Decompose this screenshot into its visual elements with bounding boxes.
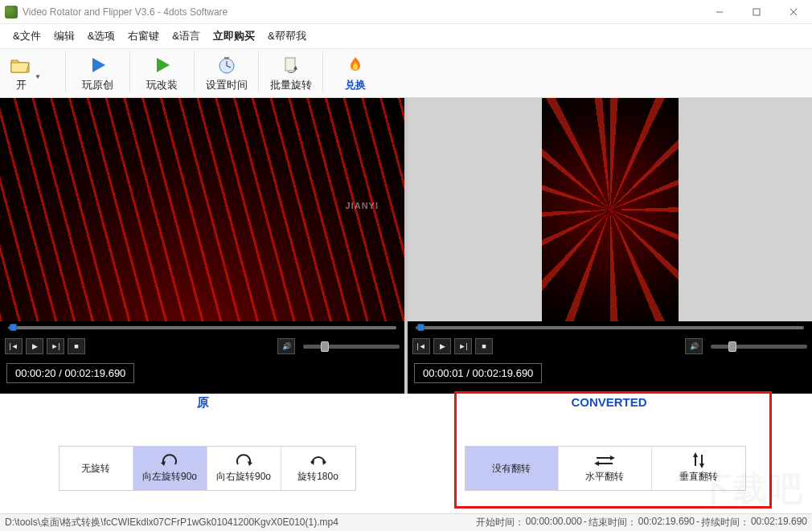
svg-rect-10 bbox=[285, 58, 295, 71]
flip-none-button[interactable]: 没有翻转 bbox=[465, 447, 559, 490]
play-button[interactable]: ▶ bbox=[26, 338, 43, 354]
svg-marker-23 bbox=[699, 464, 704, 468]
status-start-label: 开始时间： bbox=[476, 516, 524, 529]
toolbar-play-modified-label: 玩改装 bbox=[146, 78, 178, 92]
converted-time-text: 00:00:01 / 00:02:19.690 bbox=[414, 363, 542, 383]
clock-icon bbox=[215, 54, 238, 76]
minimize-button[interactable] bbox=[701, 0, 738, 24]
options-row: 无旋转 向左旋转90o 向右旋转90o 旋转180o 没有翻转 水 bbox=[0, 431, 812, 499]
status-duration-label: 持续时间： bbox=[701, 516, 749, 529]
toolbar-batch-rotate-label: 批量旋转 bbox=[270, 78, 312, 92]
toolbar-convert[interactable]: 兑换 bbox=[323, 52, 388, 92]
rotate-180-icon bbox=[308, 453, 329, 468]
flip-vertical-button[interactable]: 垂直翻转 bbox=[652, 447, 745, 490]
svg-marker-17 bbox=[610, 455, 615, 460]
menu-options[interactable]: &选项 bbox=[83, 27, 121, 45]
video-panels: JIANYI |◄ ▶ ►| ■ 🔊 00:00:20 / 00:02:19.6… bbox=[0, 98, 812, 394]
flip-horizontal-icon bbox=[594, 453, 615, 468]
flip-vertical-label: 垂直翻转 bbox=[679, 470, 718, 484]
window-title: Video Rotator and Flipper V3.6 - 4dots S… bbox=[23, 6, 228, 18]
original-controls: |◄ ▶ ►| ■ 🔊 bbox=[0, 334, 404, 358]
flip-none-label: 没有翻转 bbox=[492, 462, 531, 476]
panel-labels: 原 CONVERTED bbox=[0, 394, 812, 415]
rotate-left90-label: 向左旋转90o bbox=[142, 470, 197, 484]
seek-thumb[interactable] bbox=[417, 324, 424, 331]
mute-button[interactable]: 🔊 bbox=[685, 338, 703, 354]
volume-thumb[interactable] bbox=[321, 341, 329, 352]
prev-button[interactable]: |◄ bbox=[412, 338, 430, 354]
svg-marker-19 bbox=[594, 461, 599, 466]
svg-marker-4 bbox=[92, 58, 105, 72]
status-duration-value: 00:02:19.690 bbox=[751, 516, 807, 529]
maximize-button[interactable] bbox=[738, 0, 775, 24]
menu-language[interactable]: &语言 bbox=[167, 27, 205, 45]
flip-vertical-icon bbox=[691, 453, 706, 468]
menu-buy-now[interactable]: 立即购买 bbox=[208, 27, 260, 45]
toolbar-set-time[interactable]: 设置时间 bbox=[195, 52, 259, 92]
rotate-right90-label: 向右旋转90o bbox=[216, 470, 271, 484]
status-path: D:\tools\桌面\格式转换\fcCWIEkdlx07CFrP1wGk010… bbox=[5, 516, 338, 529]
rotate-180-label: 旋转180o bbox=[297, 470, 338, 484]
folder-open-icon bbox=[10, 54, 32, 76]
stop-button[interactable]: ■ bbox=[475, 338, 493, 354]
rotate-right90-button[interactable]: 向右旋转90o bbox=[207, 447, 281, 490]
volume-slider[interactable] bbox=[711, 345, 807, 349]
window-controls bbox=[701, 0, 812, 24]
converted-seek-bar[interactable] bbox=[408, 321, 812, 334]
seek-thumb[interactable] bbox=[10, 324, 17, 331]
volume-slider[interactable] bbox=[303, 345, 400, 349]
video-watermark: JIANYI bbox=[346, 201, 379, 210]
toolbar-open[interactable]: 开 ▼ bbox=[2, 52, 66, 92]
status-start-value: 00:00:00.000 bbox=[526, 516, 582, 529]
volume-thumb[interactable] bbox=[728, 341, 736, 352]
flip-horizontal-button[interactable]: 水平翻转 bbox=[559, 447, 652, 490]
status-sep2: - bbox=[696, 516, 699, 529]
converted-viewport[interactable] bbox=[408, 98, 812, 321]
toolbar: 开 ▼ 玩原创 玩改装 设置时间 批量旋转 兑换 bbox=[0, 49, 812, 98]
svg-marker-21 bbox=[693, 452, 698, 457]
flip-options: 没有翻转 水平翻转 垂直翻转 bbox=[406, 431, 804, 499]
toolbar-play-original-label: 玩原创 bbox=[82, 78, 113, 92]
converted-video-content bbox=[542, 98, 679, 321]
toolbar-open-dropdown[interactable]: ▼ bbox=[35, 67, 41, 80]
stop-button[interactable]: ■ bbox=[68, 338, 85, 354]
prev-button[interactable]: |◄ bbox=[5, 338, 23, 354]
svg-rect-9 bbox=[224, 57, 229, 59]
original-viewport[interactable]: JIANYI bbox=[0, 98, 404, 321]
toolbar-play-modified[interactable]: 玩改装 bbox=[130, 52, 195, 92]
next-button[interactable]: ►| bbox=[454, 338, 472, 354]
menu-help[interactable]: &帮帮我 bbox=[263, 27, 311, 45]
rotate-180-button[interactable]: 旋转180o bbox=[281, 447, 355, 490]
close-button[interactable] bbox=[775, 0, 812, 24]
converted-label: CONVERTED bbox=[571, 395, 646, 409]
converted-letterbox bbox=[408, 98, 812, 321]
menubar: &文件 编辑 &选项 右窗键 &语言 立即购买 &帮帮我 bbox=[0, 24, 812, 49]
toolbar-play-original[interactable]: 玩原创 bbox=[66, 52, 130, 92]
svg-rect-1 bbox=[753, 9, 760, 15]
titlebar: Video Rotator and Flipper V3.6 - 4dots S… bbox=[0, 0, 812, 24]
rotate-none-button[interactable]: 无旋转 bbox=[59, 447, 133, 490]
next-button[interactable]: ►| bbox=[47, 338, 64, 354]
play-button[interactable]: ▶ bbox=[433, 338, 451, 354]
original-time-text: 00:00:20 / 00:02:19.690 bbox=[6, 363, 134, 383]
mute-button[interactable]: 🔊 bbox=[277, 338, 295, 354]
converted-controls: |◄ ▶ ►| ■ 🔊 bbox=[408, 334, 812, 358]
menu-file[interactable]: &文件 bbox=[8, 27, 46, 45]
original-label: 原 bbox=[197, 395, 209, 409]
original-seek-bar[interactable] bbox=[0, 321, 404, 334]
original-panel: JIANYI |◄ ▶ ►| ■ 🔊 00:00:20 / 00:02:19.6… bbox=[0, 98, 406, 394]
original-video-content bbox=[0, 98, 404, 321]
menu-right-keys[interactable]: 右窗键 bbox=[123, 27, 164, 45]
rotate-left90-button[interactable]: 向左旋转90o bbox=[133, 447, 207, 490]
rotate-left-icon bbox=[159, 453, 180, 468]
toolbar-batch-rotate[interactable]: 批量旋转 bbox=[259, 52, 323, 92]
status-end-label: 结束时间： bbox=[588, 516, 637, 529]
converted-panel: |◄ ▶ ►| ■ 🔊 00:00:01 / 00:02:19.690 bbox=[406, 98, 812, 394]
menu-edit[interactable]: 编辑 bbox=[49, 27, 80, 45]
rotate-none-label: 无旋转 bbox=[81, 462, 110, 476]
toolbar-open-label: 开 bbox=[16, 78, 27, 92]
status-sep1: - bbox=[584, 516, 587, 529]
original-time-box: 00:00:20 / 00:02:19.690 bbox=[0, 358, 404, 387]
play-green-icon bbox=[151, 54, 174, 76]
svg-marker-5 bbox=[157, 58, 170, 72]
